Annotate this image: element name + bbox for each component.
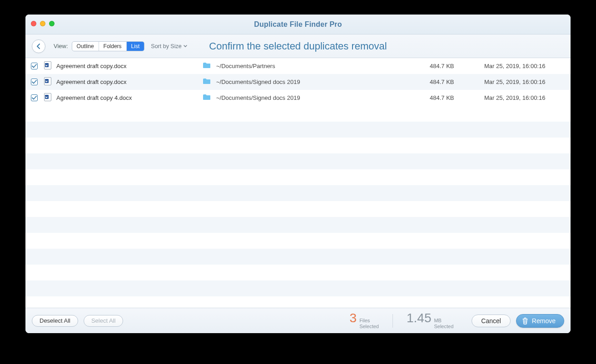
sort-dropdown[interactable]: Sort by Size — [151, 43, 187, 49]
row-checkbox[interactable] — [31, 94, 38, 101]
window-title: Duplicate File Finder Pro — [25, 20, 571, 29]
divider — [392, 314, 393, 328]
row-checkbox[interactable] — [31, 79, 38, 85]
check-icon — [32, 80, 37, 84]
remove-button[interactable]: Remove — [516, 314, 564, 328]
docx-file-icon — [44, 61, 51, 71]
back-button[interactable] — [32, 39, 45, 53]
file-size: 484.7 KB — [430, 63, 484, 69]
view-label: View: — [54, 43, 68, 49]
file-size: 484.7 KB — [430, 94, 484, 101]
empty-rows — [25, 106, 571, 308]
check-icon — [32, 96, 37, 100]
folder-icon — [203, 78, 211, 86]
files-unit-top: Files — [359, 318, 379, 324]
view-segmented-control: Outline Folders List — [72, 41, 145, 51]
table-row[interactable]: Agreement draft copy.docx ~/Documents/Pa… — [25, 58, 571, 74]
file-path: ~/Documents/Signed docs 2019 — [212, 79, 430, 85]
remove-label: Remove — [532, 317, 556, 325]
file-date: Mar 25, 2019, 16:00:16 — [484, 79, 571, 85]
row-checkbox[interactable] — [31, 63, 38, 69]
footer: Deselect All Select All 3 Files Selected… — [25, 308, 571, 333]
table-row[interactable]: Agreement draft copy 4.docx ~/Documents/… — [25, 90, 571, 106]
files-selected-stat: 3 Files Selected — [345, 312, 383, 329]
sort-label: Sort by Size — [151, 43, 181, 49]
view-outline-tab[interactable]: Outline — [72, 42, 99, 51]
file-table: Agreement draft copy.docx ~/Documents/Pa… — [25, 58, 571, 308]
file-size: 484.7 KB — [430, 79, 484, 85]
trash-icon — [522, 317, 528, 325]
files-selected-count: 3 — [350, 312, 357, 325]
size-selected-value: 1.45 — [407, 312, 432, 325]
close-window-button[interactable] — [31, 21, 36, 26]
app-window: Duplicate File Finder Pro View: Outline … — [25, 15, 571, 333]
deselect-all-button[interactable]: Deselect All — [32, 315, 78, 327]
minimize-window-button[interactable] — [40, 21, 45, 26]
select-all-button[interactable]: Select All — [84, 315, 123, 327]
chevron-down-icon — [184, 45, 187, 48]
file-name: Agreement draft copy 4.docx — [53, 94, 202, 101]
docx-file-icon — [44, 77, 51, 87]
size-unit-bottom: Selected — [434, 324, 453, 330]
chevron-left-icon — [36, 43, 41, 49]
window-controls — [31, 21, 55, 26]
file-path: ~/Documents/Partners — [212, 63, 430, 69]
file-name: Agreement draft copy.docx — [53, 79, 202, 85]
size-unit-top: MB — [434, 318, 453, 324]
view-folders-tab[interactable]: Folders — [99, 42, 127, 51]
file-date: Mar 25, 2019, 16:00:16 — [484, 63, 571, 69]
file-name: Agreement draft copy.docx — [53, 63, 202, 69]
file-path: ~/Documents/Signed docs 2019 — [212, 94, 430, 101]
view-list-tab[interactable]: List — [127, 42, 144, 51]
folder-icon — [203, 94, 211, 102]
size-selected-stat: 1.45 MB Selected — [402, 312, 458, 329]
docx-file-icon — [44, 93, 51, 103]
zoom-window-button[interactable] — [49, 21, 55, 26]
check-icon — [32, 64, 37, 68]
cancel-button[interactable]: Cancel — [472, 315, 511, 327]
file-date: Mar 25, 2019, 16:00:16 — [484, 94, 571, 101]
files-unit-bottom: Selected — [359, 324, 379, 330]
toolbar: View: Outline Folders List Sort by Size … — [25, 34, 571, 58]
table-row[interactable]: Agreement draft copy.docx ~/Documents/Si… — [25, 74, 571, 90]
folder-icon — [203, 62, 211, 70]
titlebar: Duplicate File Finder Pro — [25, 15, 571, 34]
